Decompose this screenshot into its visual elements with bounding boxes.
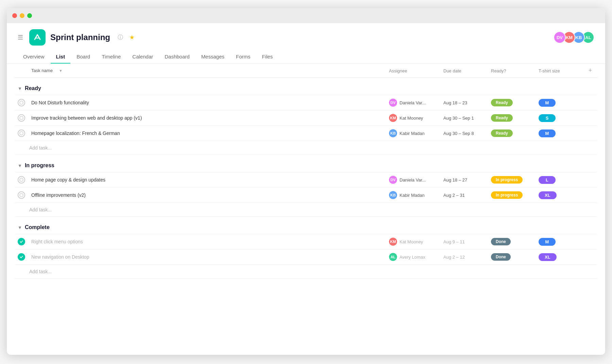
status-cell[interactable]: Ready xyxy=(488,114,536,122)
task-check[interactable] xyxy=(18,191,25,199)
assignee-avatar: KM xyxy=(389,238,397,246)
add-column-button[interactable]: + xyxy=(586,67,595,74)
star-icon[interactable]: ★ xyxy=(129,34,135,41)
svg-point-2 xyxy=(20,132,23,135)
status-badge: Done xyxy=(491,238,511,245)
tab-overview[interactable]: Overview xyxy=(18,50,50,64)
task-row[interactable]: Home page copy & design updates DV Danie… xyxy=(15,172,597,188)
task-name-text: New navigation on Desktop xyxy=(31,254,386,260)
status-badge: Ready xyxy=(491,99,513,106)
col-header-ready: Ready? xyxy=(488,68,509,73)
task-check[interactable] xyxy=(18,99,25,106)
section-chevron-ready[interactable]: ▼ xyxy=(18,86,22,91)
size-cell[interactable]: M xyxy=(536,129,583,137)
assignee-cell: DV Daniela Var... xyxy=(386,99,441,107)
assignee-avatar: AL xyxy=(389,253,397,261)
menu-icon[interactable]: ☰ xyxy=(18,34,23,41)
add-task-ready[interactable]: Add task... xyxy=(15,141,597,155)
check-icon xyxy=(19,193,23,197)
size-cell[interactable]: XL xyxy=(536,253,583,261)
status-cell[interactable]: Ready xyxy=(488,99,536,106)
col-add: + xyxy=(583,67,597,74)
assignee-avatar: KM xyxy=(389,114,397,122)
tab-calendar[interactable]: Calendar xyxy=(127,50,158,64)
due-date-cell: Aug 30 – Sep 1 xyxy=(441,116,488,121)
status-cell[interactable]: In progress xyxy=(488,191,536,199)
col-header-assignee: Assignee xyxy=(386,68,410,73)
due-date-cell: Aug 30 – Sep 8 xyxy=(441,131,488,136)
status-cell[interactable]: In progress xyxy=(488,176,536,184)
task-name-dropdown[interactable]: ▼ xyxy=(59,69,63,73)
task-name-text: Do Not Disturb functionality xyxy=(31,100,386,105)
size-cell[interactable]: L xyxy=(536,176,583,184)
info-icon[interactable]: ⓘ xyxy=(118,34,123,41)
add-task-inprogress[interactable]: Add task... xyxy=(15,203,597,217)
status-badge: Ready xyxy=(491,129,513,137)
titlebar xyxy=(7,8,605,23)
check-complete-icon xyxy=(19,255,23,259)
tab-files[interactable]: Files xyxy=(257,50,278,64)
check-icon xyxy=(19,116,23,120)
size-cell[interactable]: XL xyxy=(536,191,583,199)
logo-icon xyxy=(33,33,42,42)
section-chevron-inprogress[interactable]: ▼ xyxy=(18,163,22,168)
col-ready: Ready? xyxy=(488,68,536,74)
close-dot[interactable] xyxy=(12,13,17,18)
task-name-text: Right click menu options xyxy=(31,239,386,244)
task-check-complete[interactable] xyxy=(18,238,25,245)
status-cell[interactable]: Done xyxy=(488,238,536,245)
tab-messages[interactable]: Messages xyxy=(196,50,230,64)
svg-point-3 xyxy=(20,178,23,181)
due-date-cell: Aug 18 – 27 xyxy=(441,177,488,183)
assignee-avatar: DV xyxy=(389,176,397,184)
task-name-text: Homepage localization: French & German xyxy=(31,131,386,136)
task-row[interactable]: Do Not Disturb functionality DV Daniela … xyxy=(15,95,597,110)
project-title: Sprint planning xyxy=(50,33,110,42)
section-chevron-complete[interactable]: ▼ xyxy=(18,225,22,230)
assignee-cell: KM Kat Mooney xyxy=(386,114,441,122)
svg-point-0 xyxy=(20,101,23,104)
task-name-text: Offline improvements (v2) xyxy=(31,192,386,198)
status-cell[interactable]: Done xyxy=(488,253,536,261)
avatar[interactable]: DV xyxy=(554,31,566,44)
status-badge: In progress xyxy=(491,191,523,199)
task-check[interactable] xyxy=(18,176,25,184)
tab-forms[interactable]: Forms xyxy=(231,50,256,64)
tab-dashboard[interactable]: Dashboard xyxy=(159,50,195,64)
app-logo xyxy=(29,29,46,46)
task-check[interactable] xyxy=(18,114,25,122)
task-check-complete[interactable] xyxy=(18,253,25,261)
tab-list[interactable]: List xyxy=(51,50,71,64)
task-row[interactable]: Improve tracking between web and desktop… xyxy=(15,110,597,126)
check-icon xyxy=(19,178,23,182)
task-name-text: Improve tracking between web and desktop… xyxy=(31,115,386,121)
size-cell[interactable]: M xyxy=(536,238,583,246)
tab-timeline[interactable]: Timeline xyxy=(96,50,126,64)
task-row[interactable]: Right click menu options KM Kat Mooney A… xyxy=(15,234,597,249)
size-badge: M xyxy=(539,238,556,246)
task-check[interactable] xyxy=(18,129,25,137)
check-complete-icon xyxy=(19,240,23,244)
section-header-ready: ▼ Ready xyxy=(15,81,597,95)
assignee-avatar: DV xyxy=(389,99,397,107)
assignee-name: Kat Mooney xyxy=(400,116,423,121)
minimize-dot[interactable] xyxy=(20,13,24,18)
size-cell[interactable]: S xyxy=(536,114,583,122)
tab-board[interactable]: Board xyxy=(71,50,96,64)
task-row[interactable]: Homepage localization: French & German K… xyxy=(15,126,597,141)
assignee-avatar: KB xyxy=(389,129,397,137)
assignee-avatar: KB xyxy=(389,191,397,199)
size-cell[interactable]: M xyxy=(536,99,583,107)
status-cell[interactable]: Ready xyxy=(488,129,536,137)
status-badge: In progress xyxy=(491,176,523,184)
size-badge: S xyxy=(539,114,556,122)
due-date-cell: Aug 9 – 11 xyxy=(441,239,488,244)
task-row[interactable]: Offline improvements (v2) KB Kabir Madan… xyxy=(15,188,597,203)
add-task-complete[interactable]: Add task... xyxy=(15,265,597,279)
task-row[interactable]: New navigation on Desktop AL Avery Lomax… xyxy=(15,249,597,265)
size-badge: M xyxy=(539,99,556,107)
maximize-dot[interactable] xyxy=(27,13,32,18)
section-inprogress: ▼ In progress Home page copy & design up… xyxy=(15,158,597,217)
assignee-name: Avery Lomax xyxy=(400,255,425,260)
size-badge: L xyxy=(539,176,556,184)
